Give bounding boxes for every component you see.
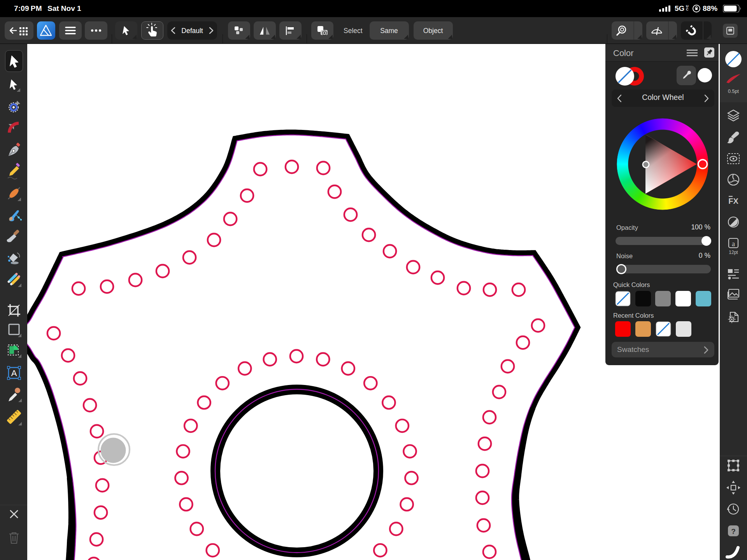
svg-text:Default: Default [181, 27, 203, 35]
svg-text:a: a [732, 240, 735, 248]
svg-text:FX: FX [728, 197, 738, 205]
svg-text:A: A [11, 368, 17, 378]
svg-text:?: ? [731, 527, 736, 536]
svg-text:Object: Object [423, 27, 443, 35]
svg-text:Same: Same [380, 27, 398, 35]
